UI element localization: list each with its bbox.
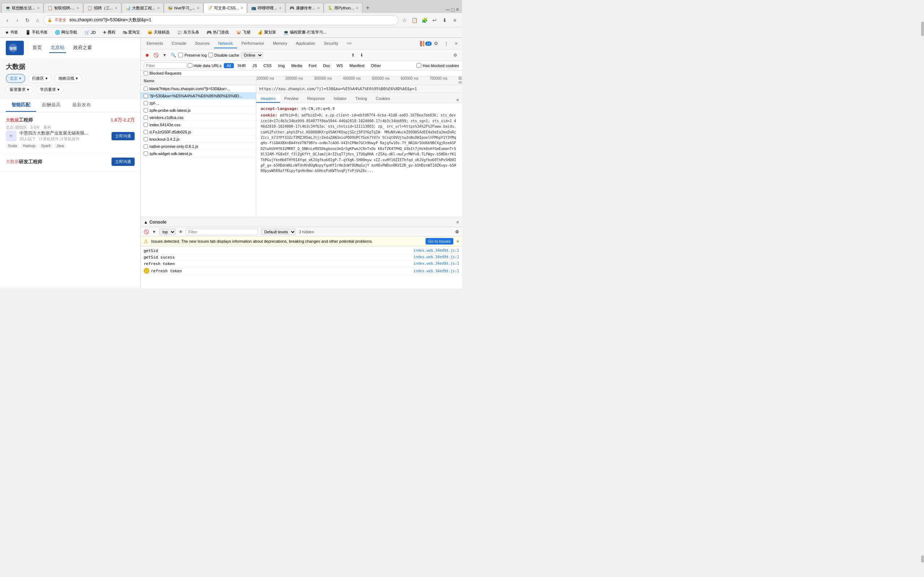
filter-chip-metro[interactable]: 地铁沿线 ▾	[55, 74, 82, 83]
req-checkbox-5[interactable]	[144, 122, 148, 127]
download-icon[interactable]: ⬇	[440, 16, 449, 24]
address-input[interactable]	[69, 18, 394, 23]
console-clear-btn[interactable]: 🚫	[144, 229, 149, 234]
msg-source-3[interactable]: index.web.34ed9d.js:1	[414, 269, 459, 273]
tab-css[interactable]: 📝 写文章-CSS... ×	[204, 3, 247, 13]
filter-font-btn[interactable]: Font	[306, 63, 320, 68]
hide-data-urls-checkbox[interactable]	[188, 63, 192, 68]
minimize-button[interactable]: ─	[446, 6, 450, 13]
tab-lianxiang[interactable]: 💻 联想酷生活... ×	[2, 3, 43, 13]
forward-button[interactable]: ›	[13, 16, 22, 24]
throttle-select[interactable]: Online	[241, 52, 263, 58]
site-tab-salary[interactable]: 薪酬最高	[36, 99, 66, 112]
tab-close-4[interactable]: ×	[157, 6, 160, 10]
tab-close-2[interactable]: ×	[77, 6, 79, 10]
filter-chip-edu[interactable]: 学历要求 ▾	[36, 85, 63, 94]
home-button[interactable]: ⌂	[33, 16, 42, 24]
hide-data-urls-label[interactable]: Hide data URLs	[188, 63, 221, 68]
req-checkbox-9[interactable]	[144, 152, 148, 156]
tab-python[interactable]: 🐍 用Python... ×	[324, 3, 362, 13]
address-bar[interactable]: 🔓 不安全	[43, 15, 399, 25]
request-item-2[interactable]: zpf-...	[141, 100, 256, 107]
undo-icon[interactable]: ↩	[430, 16, 439, 24]
bookmark-xiecheng[interactable]: ✈ 携程	[101, 29, 118, 36]
tab-close-5[interactable]: ×	[197, 6, 199, 10]
search-btn[interactable]: 🔍	[170, 52, 177, 59]
request-item-5[interactable]: index.64143e.css	[141, 121, 256, 128]
close-browser-button[interactable]: ×	[456, 6, 459, 13]
tab-bigdata[interactable]: 📊 大数据工程... ×	[122, 3, 163, 13]
devtools-close-btn[interactable]: ×	[452, 39, 460, 48]
filter-img-btn[interactable]: Img	[275, 63, 288, 68]
console-expand-icon[interactable]: ▲	[144, 220, 148, 225]
tab-zhilian[interactable]: 📋 智联招聘-... ×	[44, 3, 83, 13]
extensions-icon[interactable]: 🧩	[420, 16, 429, 24]
filter-chip-district[interactable]: 行政区 ▾	[28, 74, 52, 83]
devtools-tab-elements[interactable]: Elements	[142, 39, 168, 48]
bookmark-star-icon[interactable]: ☆	[400, 16, 409, 24]
console-filter-input[interactable]	[186, 229, 258, 235]
preserve-log-label[interactable]: Preserve log	[178, 53, 207, 57]
filter-media-btn[interactable]: Media	[288, 63, 305, 68]
network-settings-btn[interactable]: ⚙	[452, 52, 459, 59]
tab-bilibili[interactable]: 📺 哔哩哔哩... ×	[247, 3, 285, 13]
tab-close-3[interactable]: ×	[115, 6, 117, 10]
record-btn[interactable]: ⏺	[144, 52, 151, 59]
req-checkbox-6[interactable]	[144, 130, 148, 134]
request-item-7[interactable]: knockout-3.4.2.js	[141, 135, 256, 143]
network-filter-input[interactable]	[144, 62, 187, 69]
req-checkbox-4[interactable]	[144, 115, 148, 120]
maximize-button[interactable]: □	[451, 7, 454, 13]
devtools-tab-more[interactable]: >>	[342, 39, 356, 48]
filter-chip-salary[interactable]: 薪资要求 ▾	[6, 85, 33, 94]
disable-cache-label[interactable]: Disable cache	[208, 53, 239, 57]
detail-tab-timing[interactable]: Timing	[351, 95, 372, 103]
bookmark-taobao[interactable]: 🛍 爱淘宝	[121, 29, 142, 36]
request-item-3[interactable]: zpfe-probe-sdk-latest.js	[141, 107, 256, 114]
contact-btn-2[interactable]: 立即沟通	[111, 158, 135, 166]
site-tab-match[interactable]: 智能匹配	[6, 99, 36, 112]
devtools-tab-sources[interactable]: Sources	[191, 39, 214, 48]
console-close-btn[interactable]: ×	[456, 219, 459, 225]
detail-tab-response[interactable]: Response	[303, 95, 330, 103]
filter-ws-btn[interactable]: WS	[333, 63, 346, 68]
bookmark-coding[interactable]: 💻 编程胶囊-打造学习...	[281, 29, 328, 36]
blocked-requests-checkbox[interactable]	[144, 71, 148, 76]
bookmark-jd[interactable]: 🛒 JD	[82, 29, 98, 36]
bookmark-shujian[interactable]: ★ 书签	[3, 29, 20, 36]
request-item-9[interactable]: zpfe-widget-sdk-latest.js	[141, 150, 256, 157]
go-to-issues-btn[interactable]: Go to Issues	[426, 238, 454, 245]
devtools-tab-application[interactable]: Application	[292, 39, 320, 48]
request-item-0[interactable]: blank?https://sou.zhaopin.com/?jl=530&kw…	[141, 85, 256, 92]
has-blocked-checkbox[interactable]	[417, 63, 421, 68]
console-context-select[interactable]: top	[159, 229, 176, 235]
request-item-4[interactable]: vendors.c1dfca.css	[141, 114, 256, 121]
tab-kanna[interactable]: 🎮 康娜传奇... ×	[286, 3, 323, 13]
clear-btn[interactable]: 🚫	[152, 52, 160, 59]
req-checkbox-1[interactable]	[144, 94, 148, 98]
detail-close-btn[interactable]: ×	[456, 97, 459, 103]
tab-close-7[interactable]: ×	[279, 6, 281, 10]
nav-beijing[interactable]: 北京站	[49, 43, 66, 53]
devtools-settings-btn[interactable]: ⚙	[432, 39, 440, 48]
tab-hive[interactable]: 🐝 hive学习_... ×	[164, 3, 203, 13]
bookmark-nav[interactable]: 🌐 网址导航	[53, 29, 79, 36]
filter-all-btn[interactable]: All	[224, 63, 234, 68]
back-button[interactable]: ‹	[3, 16, 11, 24]
new-tab-button[interactable]: +	[363, 3, 373, 13]
devtools-tab-security[interactable]: Security	[320, 39, 342, 48]
tab-close-9[interactable]: ×	[356, 6, 359, 10]
req-checkbox-0[interactable]	[144, 87, 148, 91]
console-settings-btn[interactable]: ⚙	[455, 229, 459, 234]
devtools-tab-performance[interactable]: Performance	[237, 39, 268, 48]
req-checkbox-7[interactable]	[144, 137, 148, 141]
detail-tab-preview[interactable]: Preview	[280, 95, 303, 103]
tab-close-1[interactable]: ×	[37, 6, 39, 10]
job-item-1[interactable]: 大数据 工程师 1.8万-2.2万 北京-朝阳区 3-5年 本科 中	[0, 113, 141, 153]
contact-btn-1[interactable]: 立即沟通	[111, 132, 135, 140]
filter-chip-beijing[interactable]: 北京 ▾	[6, 74, 25, 83]
devtools-dock-btn[interactable]: ⋮	[442, 39, 451, 48]
msg-source-0[interactable]: index.web.34ed9d.js:1	[414, 248, 459, 253]
bookmark-news[interactable]: 📰 东方头条	[175, 29, 201, 36]
disable-cache-checkbox[interactable]	[208, 53, 213, 57]
